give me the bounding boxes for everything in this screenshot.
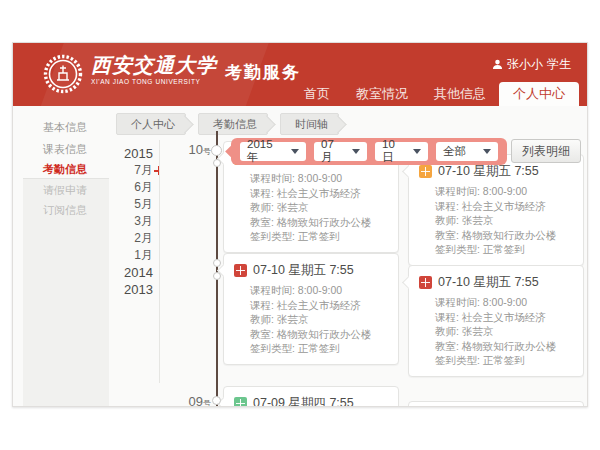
chevron-down-icon	[352, 149, 360, 154]
card-field: 课程时间: 8:00-9:00	[224, 171, 398, 186]
nav-item-other-info[interactable]: 其他信息	[421, 82, 499, 106]
breadcrumb: 个人中心 考勤信息 时间轴	[116, 113, 351, 135]
timeline-node	[211, 145, 222, 156]
chevron-down-icon	[413, 149, 421, 154]
user-name: 张小小	[507, 56, 543, 73]
card-field: 教室: 格物致知行政办公楼	[224, 327, 398, 342]
app-window: 西安交通大学 XI'AN JIAO TONG UNIVERSITY 考勤服务 张…	[12, 42, 588, 407]
breadcrumb-attendance-info[interactable]: 考勤信息	[198, 113, 268, 135]
card-field: 签到类型: 正常签到	[409, 353, 583, 368]
month-dropdown[interactable]: 07月	[314, 142, 367, 161]
card-field: 课程: 社会主义市场经济	[224, 298, 398, 313]
timeline-month-current[interactable]: 7月	[108, 162, 153, 179]
stamp-red-icon	[419, 276, 432, 289]
stamp-green-icon	[234, 397, 247, 407]
card-field: 课程: 社会主义市场经济	[409, 310, 583, 325]
card-field: 课程时间: 8:00-9:00	[409, 295, 583, 310]
card-date: 07-10 星期五 7:55	[438, 274, 539, 291]
timeline-node	[212, 396, 221, 405]
nav-item-personal-center[interactable]: 个人中心	[499, 82, 579, 106]
rail-divider	[159, 140, 160, 383]
timeline-year[interactable]: 2015	[108, 145, 153, 162]
attendance-card[interactable]: 07-09 星期四 7:55	[223, 386, 399, 407]
app-title: 考勤服务	[225, 61, 301, 84]
day-dropdown[interactable]: 10日	[375, 142, 428, 161]
card-field: 教师: 张芸京	[409, 324, 583, 339]
type-dropdown[interactable]: 全部	[436, 142, 498, 161]
timeline-month[interactable]: 5月	[108, 196, 153, 213]
card-date: 07-10 星期五 7:55	[438, 163, 539, 180]
card-field: 教室: 格物致知行政办公楼	[409, 228, 583, 243]
card-field: 课程: 社会主义市场经济	[224, 186, 398, 201]
university-logo-icon	[43, 54, 83, 94]
sidebar-item-subscription-info[interactable]: 订阅信息	[43, 203, 87, 218]
timeline-month[interactable]: 2月	[108, 230, 153, 247]
card-field: 教师: 张芸京	[224, 200, 398, 215]
sidebar-item-basic-info[interactable]: 基本信息	[43, 120, 87, 135]
card-field: 签到类型: 正常签到	[224, 229, 398, 244]
card-field: 签到类型: 正常签到	[224, 341, 398, 356]
chevron-down-icon	[483, 149, 491, 154]
date-filter-bar: 2015年 07月 10日 全部	[231, 138, 507, 165]
timeline-node	[213, 272, 221, 280]
sidebar-item-leave-request[interactable]: 请假申请	[43, 183, 87, 198]
sidebar-item-schedule-info[interactable]: 课表信息	[43, 142, 87, 157]
person-icon	[492, 59, 503, 70]
attendance-card[interactable]	[408, 401, 584, 407]
timeline-year[interactable]: 2014	[108, 264, 153, 281]
day-marker-09: 09号	[151, 394, 211, 407]
nav-item-classrooms[interactable]: 教室情况	[343, 82, 421, 106]
page-canvas: 西安交通大学 XI'AN JIAO TONG UNIVERSITY 考勤服务 张…	[0, 0, 600, 450]
university-name-en: XI'AN JIAO TONG UNIVERSITY	[91, 78, 217, 85]
stamp-red-icon	[234, 264, 247, 277]
timeline-month[interactable]: 6月	[108, 179, 153, 196]
card-date: 07-10 星期五 7:55	[253, 262, 354, 279]
breadcrumb-timeline[interactable]: 时间轴	[280, 113, 339, 135]
card-field: 教室: 格物致知行政办公楼	[224, 215, 398, 230]
card-date: 07-09 星期四 7:55	[253, 395, 354, 407]
stamp-orange-icon	[419, 165, 432, 178]
chevron-down-icon	[291, 149, 299, 154]
attendance-card[interactable]: 07-10 星期五 7:55 课程时间: 8:00-9:00 课程: 社会主义市…	[408, 154, 584, 266]
university-name-cn: 西安交通大学	[91, 53, 217, 77]
card-field: 签到类型: 正常签到	[409, 242, 583, 257]
card-field: 课程时间: 8:00-9:00	[224, 283, 398, 298]
attendance-card[interactable]: 07-10 星期五 7:55 课程时间: 8:00-9:00 课程: 社会主义市…	[408, 265, 584, 377]
card-field: 课程: 社会主义市场经济	[409, 199, 583, 214]
timeline-month[interactable]: 1月	[108, 247, 153, 264]
sidebar-item-attendance-info[interactable]: 考勤信息	[43, 162, 87, 177]
year-month-list: 2015 7月 6月 5月 3月 2月 1月 2014 2013	[108, 145, 153, 298]
card-field: 教师: 张芸京	[409, 213, 583, 228]
breadcrumb-personal-center[interactable]: 个人中心	[116, 113, 186, 135]
app-header: 西安交通大学 XI'AN JIAO TONG UNIVERSITY 考勤服务 张…	[13, 43, 587, 106]
nav-item-home[interactable]: 首页	[291, 82, 343, 106]
user-account[interactable]: 张小小 学生	[492, 56, 571, 73]
user-role: 学生	[547, 56, 571, 73]
year-dropdown[interactable]: 2015年	[240, 142, 306, 161]
attendance-card[interactable]: 07-10 星期五 7:55 课程时间: 8:00-9:00 课程: 社会主义市…	[223, 253, 399, 365]
card-field: 课程时间: 8:00-9:00	[409, 184, 583, 199]
main-nav: 首页 教室情况 其他信息 个人中心	[291, 82, 579, 106]
card-field: 教师: 张芸京	[224, 312, 398, 327]
university-title-block: 西安交通大学 XI'AN JIAO TONG UNIVERSITY	[91, 53, 217, 85]
timeline-node	[213, 159, 221, 167]
timeline-node	[213, 259, 221, 267]
timeline-year[interactable]: 2013	[108, 281, 153, 298]
timeline-month[interactable]: 3月	[108, 213, 153, 230]
day-marker-10: 10号	[151, 142, 211, 157]
list-detail-button[interactable]: 列表明细	[511, 139, 581, 163]
card-field: 教室: 格物致知行政办公楼	[409, 339, 583, 354]
